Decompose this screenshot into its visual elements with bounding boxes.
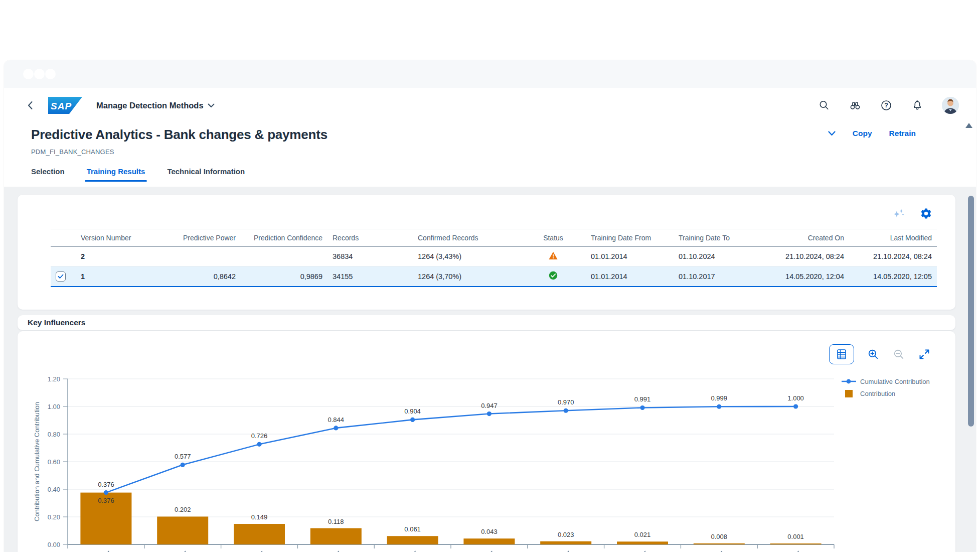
bar-contribution[interactable] (540, 541, 591, 544)
app-title-menu[interactable]: Manage Detection Methods (96, 101, 215, 110)
window-control-close[interactable] (23, 69, 34, 79)
bar-contribution[interactable] (463, 538, 515, 544)
search-icon[interactable] (818, 99, 831, 112)
scrollbar-up-arrow[interactable] (965, 123, 972, 128)
y-axis-label: Contribution and Cumulative Contribution (33, 402, 41, 521)
fullscreen-icon[interactable] (918, 348, 930, 360)
versions-table-body: 2368341264 (3,43%)01.01.201401.10.202421… (51, 247, 937, 287)
line-point[interactable] (487, 411, 492, 416)
table-cell (521, 247, 586, 266)
chevron-down-icon (828, 131, 836, 136)
column-header[interactable]: Created On (761, 229, 849, 247)
column-header[interactable]: Status (521, 229, 586, 247)
bar-value-label: 0.376 (98, 497, 114, 504)
tab-technical-information[interactable]: Technical Information (167, 167, 245, 182)
column-header[interactable]: Training Date To (674, 229, 761, 247)
chart-legend: Cumulative ContributionContribution (842, 378, 930, 398)
line-point[interactable] (564, 408, 568, 413)
bar-contribution[interactable] (234, 524, 285, 544)
copy-button[interactable]: Copy (853, 129, 872, 138)
bar-contribution[interactable] (310, 528, 362, 544)
line-point[interactable] (334, 426, 338, 430)
tab-strip: Selection Training Results Technical Inf… (31, 167, 245, 182)
row-checkbox[interactable] (56, 271, 66, 282)
cumulative-line (106, 406, 795, 493)
line-value-label: 0.904 (404, 407, 421, 415)
line-point[interactable] (257, 442, 261, 447)
select-column-header (51, 229, 76, 247)
table-settings-gear-icon[interactable] (919, 207, 932, 220)
expand-header-button[interactable] (828, 131, 836, 136)
table-row[interactable]: 2368341264 (3,43%)01.01.201401.10.202421… (51, 247, 937, 266)
table-cell: 01.10.2017 (674, 266, 761, 287)
table-cell (241, 247, 328, 266)
zoom-in-icon[interactable] (867, 348, 880, 361)
column-header[interactable]: Prediction Confidence (241, 229, 328, 247)
tab-training-results[interactable]: Training Results (87, 167, 145, 182)
line-point[interactable] (410, 418, 415, 422)
key-influencers-section: Key Influencers (18, 315, 955, 330)
binoculars-icon[interactable] (849, 99, 862, 112)
bar-contribution[interactable] (387, 536, 438, 544)
scrollbar-thumb[interactable] (968, 196, 974, 427)
bar-value-label: 0.043 (481, 528, 498, 535)
line-point[interactable] (104, 490, 108, 495)
line-value-label: 1.000 (787, 394, 804, 402)
tab-selection[interactable]: Selection (31, 167, 65, 182)
page-title: Predictive Analytics - Bank changes & pa… (31, 127, 328, 143)
table-toolbar (892, 207, 932, 220)
line-point[interactable] (640, 405, 644, 410)
window-control-minimize[interactable] (34, 69, 45, 79)
back-button[interactable] (23, 98, 37, 112)
column-header[interactable]: Predictive Power (156, 229, 241, 247)
bar-value-label: 0.118 (328, 518, 344, 525)
table-cell: 14.05.2020, 12:04 (761, 266, 849, 287)
y-tick-label: 0.60 (48, 458, 60, 466)
zoom-out-icon[interactable] (893, 348, 905, 361)
column-header[interactable]: Confirmed Records (413, 229, 521, 247)
line-value-label: 0.999 (711, 394, 728, 402)
table-cell: 0,8642 (156, 266, 241, 287)
line-value-label: 0.376 (98, 481, 114, 488)
legend-item-cumulative-contribution[interactable]: Cumulative Contribution (842, 378, 930, 385)
line-point[interactable] (181, 463, 185, 467)
legend-item-contribution[interactable]: Contribution (845, 390, 895, 397)
table-cell: 36834 (328, 247, 413, 266)
svg-text:SAP: SAP (51, 101, 72, 111)
y-tick-label: 0.20 (48, 513, 60, 521)
table-row[interactable]: 10,86420,9869341551264 (3,70%)01.01.2014… (51, 266, 937, 287)
column-header[interactable]: Last Modified (849, 229, 937, 247)
content-area: Version Number Predictive Power Predicti… (4, 187, 976, 552)
column-header[interactable]: Training Date From (586, 229, 674, 247)
bar-contribution[interactable] (157, 516, 208, 544)
column-header[interactable]: Records (328, 229, 413, 247)
page-subtitle: PDM_FI_BANK_CHANGES (31, 148, 114, 156)
table-cell: 1264 (3,43%) (413, 247, 521, 266)
column-header[interactable]: Version Number (76, 229, 156, 247)
table-cell: 14.05.2020, 12:05 (849, 266, 937, 287)
window-control-maximize[interactable] (45, 69, 56, 79)
bar-contribution[interactable] (694, 543, 745, 544)
table-cell: 01.10.2024 (674, 247, 761, 266)
retrain-button[interactable]: Retrain (889, 129, 916, 138)
y-tick-label: 1.00 (48, 403, 60, 410)
table-cell (51, 266, 76, 287)
app-title: Manage Detection Methods (96, 101, 204, 110)
versions-table: Version Number Predictive Power Predicti… (51, 229, 937, 287)
bar-contribution[interactable] (770, 543, 822, 544)
page-header: Predictive Analytics - Bank changes & pa… (4, 123, 976, 187)
help-icon[interactable]: ? (880, 99, 893, 112)
line-point[interactable] (717, 404, 721, 409)
line-value-label: 0.577 (175, 453, 191, 460)
bar-value-label: 0.008 (711, 533, 728, 540)
header-actions: Copy Retrain (828, 129, 916, 138)
ai-sparkle-icon[interactable] (892, 207, 905, 220)
line-point[interactable] (793, 404, 798, 408)
notifications-bell-icon[interactable] (911, 99, 924, 112)
bar-contribution[interactable] (617, 541, 668, 544)
table-cell: 01.01.2014 (586, 266, 674, 287)
table-view-toggle-button[interactable] (829, 344, 854, 364)
table-cell: 34155 (328, 266, 413, 287)
sap-logo[interactable]: SAP (48, 97, 82, 114)
user-avatar[interactable] (942, 97, 959, 114)
